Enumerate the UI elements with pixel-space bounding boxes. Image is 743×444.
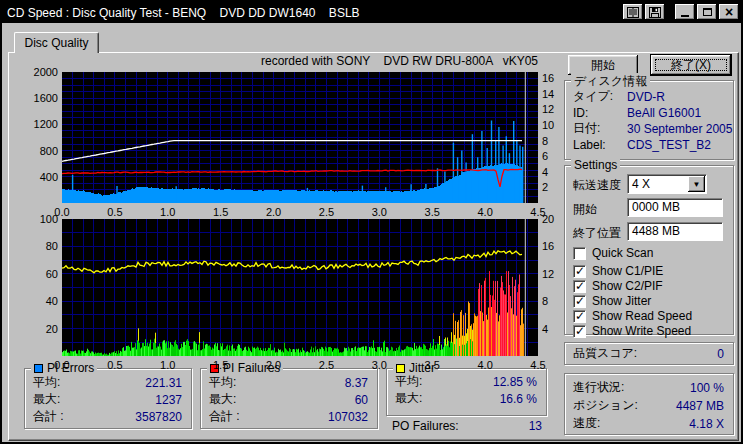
avg-value: 221.31 bbox=[145, 376, 182, 390]
checkbox-show-c1-pie[interactable]: Show C1/PIE bbox=[573, 264, 663, 278]
minimize-icon bbox=[681, 15, 689, 17]
close-button[interactable]: × bbox=[719, 4, 739, 20]
x-tick-label: 3.0 bbox=[364, 206, 394, 218]
x-tick-label: 0.5 bbox=[100, 206, 130, 218]
max-label: 最大: bbox=[395, 390, 422, 407]
disc-type-value: DVD-R bbox=[627, 90, 665, 104]
start-button[interactable]: 開始 bbox=[568, 55, 638, 75]
checkbox-box[interactable] bbox=[573, 325, 586, 338]
avg-value: 12.85 % bbox=[493, 375, 537, 389]
start-pos-label: 開始 bbox=[573, 201, 597, 218]
speed-stat-value: 4.18 X bbox=[689, 417, 724, 431]
speed-label: 転送速度 bbox=[573, 177, 621, 194]
save-icon bbox=[649, 7, 661, 18]
x-tick-label: 1.0 bbox=[153, 359, 183, 371]
combo-drop-button[interactable]: ▼ bbox=[688, 176, 705, 192]
end-pos-field[interactable]: 4488 MB bbox=[627, 222, 723, 241]
y-right-tick-label: 16 bbox=[542, 72, 566, 84]
report-button[interactable] bbox=[623, 4, 643, 20]
start-button-label: 開始 bbox=[591, 57, 615, 74]
title-bar: CD Speed : Disc Quality Test - BENQ DVD … bbox=[2, 2, 741, 23]
chevron-down-icon: ▼ bbox=[693, 180, 701, 189]
report-icon bbox=[627, 7, 639, 18]
checkbox-show-c2-pif[interactable]: Show C2/PIF bbox=[573, 279, 663, 293]
end-pos-value: 4488 MB bbox=[632, 224, 680, 238]
x-tick-label: 3.5 bbox=[417, 359, 447, 371]
maximize-button[interactable] bbox=[697, 4, 717, 20]
checkbox-quick-scan[interactable]: Quick Scan bbox=[573, 246, 653, 260]
checkbox-show-read-speed[interactable]: Show Read Speed bbox=[573, 309, 692, 323]
x-tick-label: 4.0 bbox=[470, 359, 500, 371]
x-tick-label: 3.5 bbox=[417, 206, 447, 218]
disc-info-group: ディスク情報 タイプ:DVD-R ID:BeAll G16001 日付:30 S… bbox=[564, 80, 734, 160]
tab-label: Disc Quality bbox=[24, 36, 88, 50]
po-failures-row: PO Failures: 13 bbox=[392, 419, 542, 433]
avg-value: 8.37 bbox=[345, 376, 368, 390]
y-left-tick-label: 2000 bbox=[16, 66, 58, 78]
y-left-tick-label: 80 bbox=[16, 240, 58, 252]
position-value: 4487 MB bbox=[676, 399, 724, 413]
avg-label: 平均: bbox=[209, 374, 236, 391]
save-button[interactable] bbox=[645, 4, 665, 20]
max-value: 1237 bbox=[155, 393, 182, 407]
close-icon: × bbox=[725, 4, 733, 20]
minimize-button[interactable] bbox=[675, 4, 695, 20]
x-tick-label: 1.0 bbox=[153, 206, 183, 218]
checkbox-box[interactable] bbox=[573, 295, 586, 308]
tab-disc-quality[interactable]: Disc Quality bbox=[14, 32, 99, 53]
start-pos-field[interactable]: 0000 MB bbox=[627, 198, 723, 217]
checkbox-label: Show Write Speed bbox=[592, 324, 691, 338]
start-pos-value: 0000 MB bbox=[632, 200, 680, 214]
total-label: 合計 : bbox=[209, 408, 240, 425]
y-left-tick-label: 400 bbox=[16, 171, 58, 183]
settings-group: Settings 転送速度 4 X ▼ 開始 0000 MB 終了位置 4488… bbox=[564, 165, 734, 335]
y-left-tick-label: 1600 bbox=[16, 92, 58, 104]
y-right-tick-label: 2 bbox=[542, 181, 566, 193]
y-left-tick-label: 800 bbox=[16, 145, 58, 157]
end-pos-label: 終了位置 bbox=[573, 225, 621, 242]
checkbox-show-jitter[interactable]: Show Jitter bbox=[573, 294, 651, 308]
pi-failures-stats-group: PI Failures 平均:8.37 最大:60 合計 :107032 bbox=[200, 368, 378, 429]
disc-date-label: 日付: bbox=[573, 120, 600, 137]
x-tick-label: 0.5 bbox=[100, 359, 130, 371]
x-tick-label: 2.0 bbox=[259, 206, 289, 218]
checkbox-box[interactable] bbox=[573, 265, 586, 278]
titlebar-buttons: × bbox=[621, 4, 739, 20]
checkbox-label: Show Jitter bbox=[592, 294, 651, 308]
progress-label: 進行状況: bbox=[573, 379, 624, 396]
disc-type-label: タイプ: bbox=[573, 88, 613, 105]
avg-label: 平均: bbox=[395, 373, 422, 390]
progress-group: 進行状況:100 % ポジション:4487 MB 速度:4.18 X bbox=[564, 373, 734, 435]
checkbox-label: Show Read Speed bbox=[592, 309, 692, 323]
progress-value: 100 % bbox=[690, 381, 724, 395]
checkbox-box[interactable] bbox=[573, 280, 586, 293]
max-label: 最大: bbox=[209, 391, 236, 408]
checkbox-box[interactable] bbox=[573, 247, 586, 260]
speed-stat-label: 速度: bbox=[573, 415, 600, 432]
quality-score-value: 0 bbox=[717, 347, 724, 361]
x-tick-label: 1.5 bbox=[206, 359, 236, 371]
y-right-tick-label: 8 bbox=[542, 135, 566, 147]
speed-combobox[interactable]: 4 X ▼ bbox=[627, 174, 707, 194]
x-tick-label: 0.0 bbox=[47, 359, 77, 371]
pi-errors-stats-group: PI Errors 平均:221.31 最大:1237 合計 :3587820 bbox=[24, 368, 192, 429]
pi-failures-jitter-chart[interactable] bbox=[62, 219, 538, 356]
checkbox-show-write-speed[interactable]: Show Write Speed bbox=[573, 324, 691, 338]
maximize-icon bbox=[703, 8, 712, 16]
y-left-tick-label: 100 bbox=[16, 213, 58, 225]
x-tick-label: 3.0 bbox=[364, 359, 394, 371]
y-right-tick-label: 10 bbox=[542, 119, 566, 131]
quality-score-label: 品質スコア: bbox=[573, 345, 637, 362]
checkbox-label: Quick Scan bbox=[592, 246, 653, 260]
checkbox-box[interactable] bbox=[573, 310, 586, 323]
x-tick-label: 2.5 bbox=[311, 359, 341, 371]
disc-label-label: Label: bbox=[573, 138, 606, 152]
disc-date-value: 30 September 2005 bbox=[627, 122, 732, 136]
disc-id-label: ID: bbox=[573, 106, 588, 120]
recorded-with-label: recorded with SONY DVD RW DRU-800A vKY05 bbox=[162, 54, 538, 68]
exit-button[interactable]: 終了(X) bbox=[650, 54, 732, 76]
pi-errors-chart[interactable] bbox=[62, 72, 538, 203]
disc-id-value: BeAll G16001 bbox=[627, 106, 701, 120]
po-failures-label: PO Failures: bbox=[392, 419, 459, 433]
window-title: CD Speed : Disc Quality Test - BENQ DVD … bbox=[7, 6, 360, 20]
